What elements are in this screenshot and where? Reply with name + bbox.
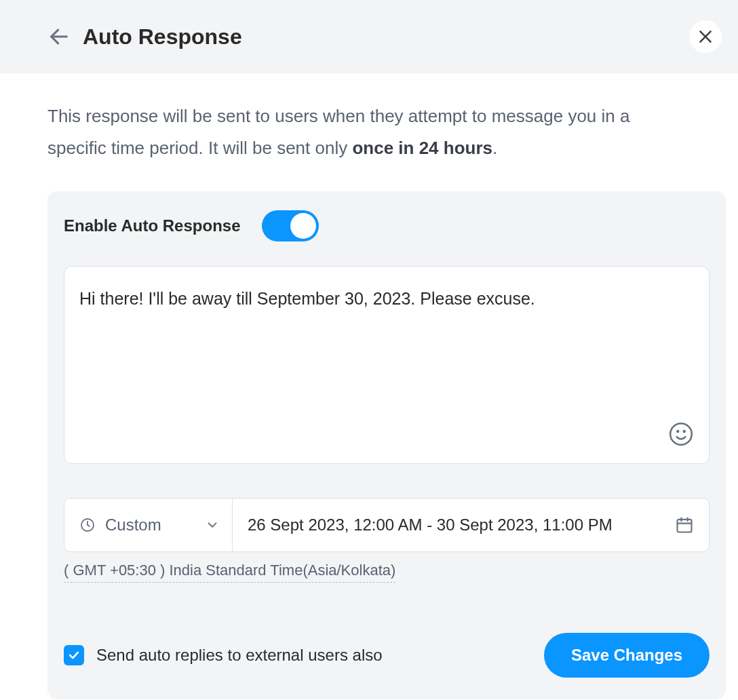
- schedule-row: Custom 26 Sept 2023, 12:00 AM - 30 Sept …: [64, 498, 710, 552]
- page-title: Auto Response: [83, 24, 242, 50]
- svg-point-5: [684, 431, 685, 432]
- schedule-mode-dropdown[interactable]: Custom: [64, 499, 233, 551]
- content-area: This response will be sent to users when…: [0, 73, 738, 699]
- check-icon: [67, 648, 81, 662]
- external-users-checkbox-wrap[interactable]: Send auto replies to external users also: [64, 645, 383, 665]
- auto-response-message-input[interactable]: Hi there! I'll be away till September 30…: [64, 266, 710, 464]
- message-text: Hi there! I'll be away till September 30…: [79, 287, 694, 311]
- emoji-picker-button[interactable]: [668, 421, 694, 450]
- svg-point-4: [677, 431, 678, 432]
- close-button[interactable]: [689, 20, 722, 53]
- clock-icon: [79, 517, 96, 533]
- chevron-down-icon: [205, 518, 220, 532]
- schedule-range-text: 26 Sept 2023, 12:00 AM - 30 Sept 2023, 1…: [248, 516, 613, 534]
- footer-row: Send auto replies to external users also…: [64, 633, 710, 678]
- toggle-knob: [290, 213, 316, 239]
- svg-point-3: [670, 423, 692, 445]
- external-users-checkbox: [64, 645, 84, 665]
- save-changes-button[interactable]: Save Changes: [544, 633, 710, 678]
- schedule-mode-left: Custom: [79, 516, 161, 534]
- back-button[interactable]: [47, 25, 71, 48]
- description-bold: once in 24 hours: [352, 138, 492, 158]
- enable-toggle[interactable]: [262, 210, 319, 241]
- schedule-mode-label: Custom: [105, 516, 161, 534]
- timezone-link[interactable]: ( GMT +05:30 ) India Standard Time(Asia/…: [64, 562, 395, 583]
- enable-row: Enable Auto Response: [64, 210, 710, 241]
- header-left: Auto Response: [47, 24, 242, 50]
- external-users-label: Send auto replies to external users also: [96, 646, 383, 665]
- auto-response-card: Enable Auto Response Hi there! I'll be a…: [47, 191, 726, 699]
- enable-label: Enable Auto Response: [64, 216, 240, 235]
- svg-rect-7: [678, 519, 692, 532]
- close-icon: [697, 28, 714, 45]
- calendar-icon: [675, 516, 694, 534]
- description-prefix: This response will be sent to users when…: [47, 106, 629, 158]
- schedule-range-picker[interactable]: 26 Sept 2023, 12:00 AM - 30 Sept 2023, 1…: [233, 499, 709, 551]
- emoji-icon: [668, 421, 694, 447]
- description-suffix: .: [492, 138, 497, 158]
- back-arrow-icon: [47, 25, 71, 48]
- header-bar: Auto Response: [0, 0, 738, 73]
- description-text: This response will be sent to users when…: [47, 100, 672, 164]
